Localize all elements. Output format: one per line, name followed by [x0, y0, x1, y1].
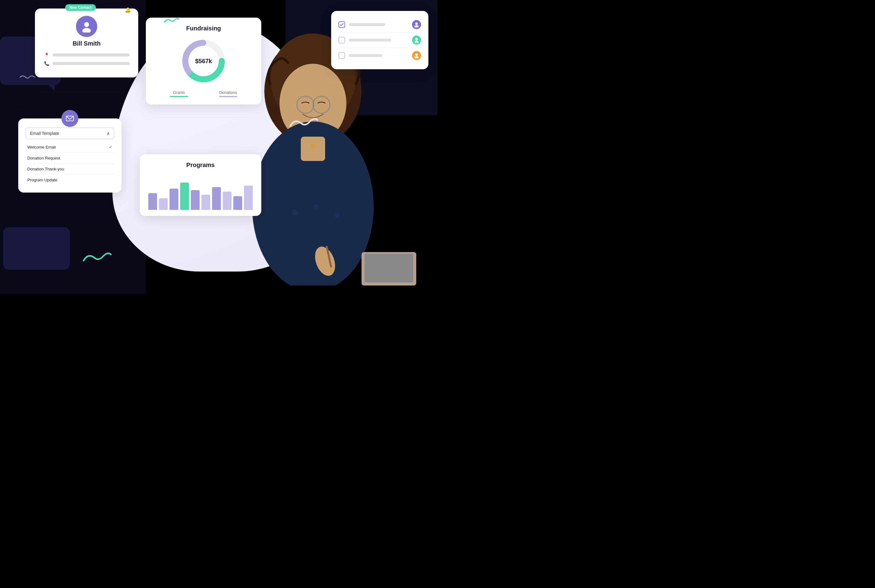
dropdown-selected-label: Email Template — [30, 131, 59, 136]
bar-7 — [223, 192, 231, 210]
bar-3 — [180, 183, 189, 210]
task-list-card — [331, 11, 428, 69]
bar-8 — [233, 196, 242, 210]
task-avatar-1 — [412, 20, 421, 29]
fundraising-amount: $567k — [195, 58, 212, 65]
contact-address-row: 📍 — [44, 52, 130, 58]
svg-point-27 — [415, 54, 418, 56]
task-text-3 — [349, 54, 382, 57]
email-icon-circle — [62, 110, 78, 127]
bar-5 — [201, 195, 210, 210]
donations-label: Donations — [219, 90, 237, 95]
avatar — [76, 16, 97, 37]
programs-title: Programs — [148, 162, 253, 169]
dropdown-item-donation-thankyou[interactable]: Donation Thank-you — [26, 164, 114, 175]
address-placeholder — [53, 54, 130, 57]
bell-icon[interactable]: 🔔 — [124, 6, 132, 14]
svg-point-18 — [83, 28, 91, 33]
task-left-3 — [338, 52, 382, 59]
dropdown-item-label: Program Update — [27, 178, 57, 182]
svg-point-28 — [414, 56, 419, 58]
task-avatar-3 — [412, 51, 421, 60]
contact-phone-row: 📞 — [44, 60, 130, 66]
task-checkbox-3[interactable] — [338, 52, 345, 59]
task-row-3 — [338, 48, 421, 63]
svg-point-24 — [414, 25, 419, 27]
task-checkbox-2[interactable] — [338, 37, 345, 44]
deco-white-swirl — [289, 116, 319, 129]
task-left-1 — [338, 21, 385, 28]
dropdown-item-program-update[interactable]: Program Update — [26, 175, 114, 185]
svg-point-23 — [415, 22, 418, 25]
grants-bar — [170, 96, 188, 97]
bar-1 — [159, 198, 168, 210]
dropdown-item-donation-request[interactable]: Donation Request — [26, 153, 114, 164]
dropdown-item-label: Welcome Email — [27, 145, 56, 149]
grants-legend: Grants — [170, 90, 188, 97]
grants-label: Grants — [170, 90, 188, 95]
chevron-up-icon: ∧ — [107, 131, 110, 136]
dropdown-item-label: Donation Thank-you — [27, 167, 64, 171]
bar-9 — [244, 186, 253, 210]
svg-point-26 — [414, 41, 419, 43]
task-row-2 — [338, 33, 421, 48]
svg-point-17 — [84, 22, 89, 27]
donut-center: $567k — [195, 58, 212, 65]
cards-container: New Contact 🔔 Bill Smith 📍 📞 Email — [0, 0, 437, 294]
deco-teal-small — [164, 17, 179, 24]
email-template-card: Email Template ∧ Welcome Email ✓ Donatio… — [18, 118, 122, 192]
donations-legend: Donations — [219, 90, 237, 97]
bar-0 — [148, 193, 157, 210]
donut-chart: $567k — [155, 37, 253, 86]
phone-placeholder — [53, 62, 130, 65]
task-checkbox-1[interactable] — [338, 21, 345, 28]
location-icon: 📍 — [44, 52, 50, 58]
donations-bar — [219, 96, 237, 97]
fundraising-legend: Grants Donations — [155, 90, 253, 97]
email-template-dropdown[interactable]: Email Template ∧ — [26, 128, 114, 139]
programs-card: Programs — [140, 154, 261, 216]
phone-icon: 📞 — [44, 60, 50, 66]
task-row-1 — [338, 17, 421, 33]
bar-2 — [170, 189, 179, 210]
fundraising-title: Fundraising — [155, 25, 253, 32]
task-avatar-2 — [412, 36, 421, 45]
programs-bar-chart — [148, 173, 253, 210]
dropdown-item-label: Donation Request — [27, 156, 60, 160]
task-left-2 — [338, 37, 391, 44]
contact-card: New Contact 🔔 Bill Smith 📍 📞 — [35, 9, 138, 78]
deco-teal-swirl — [82, 250, 113, 264]
bar-6 — [212, 187, 221, 210]
contact-name: Bill Smith — [44, 40, 130, 47]
new-contact-badge: New Contact — [65, 4, 96, 11]
dropdown-list: Welcome Email ✓ Donation Request Donatio… — [26, 141, 114, 185]
svg-point-25 — [415, 38, 418, 40]
task-text-2 — [349, 39, 391, 42]
bar-4 — [191, 190, 200, 210]
dropdown-item-welcome-email[interactable]: Welcome Email ✓ — [26, 141, 114, 153]
check-icon: ✓ — [109, 145, 113, 149]
task-text-1 — [349, 23, 385, 26]
fundraising-card: Fundraising $567k Grants Donations — [146, 18, 261, 105]
